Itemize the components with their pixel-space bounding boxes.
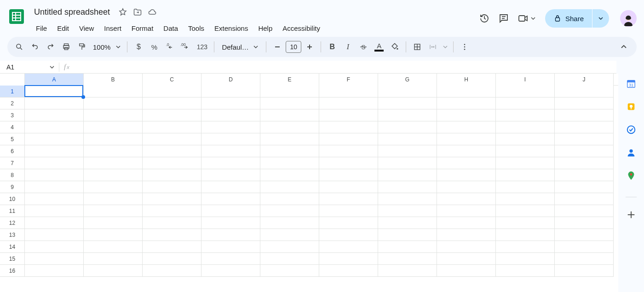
cell[interactable]: [437, 133, 496, 145]
account-avatar[interactable]: [620, 10, 637, 27]
cell[interactable]: [555, 145, 614, 157]
column-header[interactable]: I: [496, 74, 555, 86]
maps-icon[interactable]: [626, 170, 637, 181]
cell[interactable]: [378, 229, 437, 241]
cell[interactable]: [201, 205, 260, 217]
cell[interactable]: [260, 181, 319, 193]
cell[interactable]: [25, 157, 84, 169]
row-header[interactable]: 1: [0, 86, 25, 97]
cell[interactable]: [437, 193, 496, 205]
cell[interactable]: [437, 109, 496, 121]
cell[interactable]: [378, 157, 437, 169]
cell[interactable]: [25, 265, 84, 277]
document-title[interactable]: Untitled spreadsheet: [31, 6, 113, 18]
cell[interactable]: [143, 265, 201, 277]
cell[interactable]: [378, 97, 437, 109]
cell[interactable]: [319, 109, 378, 121]
row-header[interactable]: 6: [0, 145, 25, 157]
row-header[interactable]: 7: [0, 157, 25, 169]
print-button[interactable]: [59, 40, 74, 54]
contacts-icon[interactable]: [626, 147, 637, 158]
row-header[interactable]: 13: [0, 229, 25, 241]
cell[interactable]: [143, 217, 201, 229]
cell[interactable]: [496, 241, 555, 253]
cell[interactable]: [143, 109, 201, 121]
column-header[interactable]: B: [84, 74, 143, 86]
cell[interactable]: [555, 169, 614, 181]
cell[interactable]: [201, 157, 260, 169]
cell[interactable]: [260, 241, 319, 253]
cell[interactable]: [84, 265, 143, 277]
cell[interactable]: [437, 229, 496, 241]
cell[interactable]: [25, 169, 84, 181]
cell[interactable]: [143, 86, 201, 97]
cell[interactable]: [201, 193, 260, 205]
cell[interactable]: [260, 133, 319, 145]
search-menus-button[interactable]: [12, 40, 27, 54]
cell[interactable]: [378, 193, 437, 205]
column-header[interactable]: F: [319, 74, 378, 86]
cell[interactable]: [378, 121, 437, 133]
row-header[interactable]: 9: [0, 181, 25, 193]
undo-button[interactable]: [28, 40, 42, 54]
currency-button[interactable]: $: [131, 40, 146, 54]
cell[interactable]: [378, 181, 437, 193]
cell[interactable]: [25, 121, 84, 133]
cell[interactable]: [378, 169, 437, 181]
cell[interactable]: [143, 157, 201, 169]
cell[interactable]: [319, 133, 378, 145]
menu-file[interactable]: File: [31, 23, 52, 34]
cell[interactable]: [84, 169, 143, 181]
cell[interactable]: [378, 205, 437, 217]
percent-button[interactable]: %: [147, 40, 161, 54]
cell[interactable]: [84, 253, 143, 265]
spreadsheet-grid[interactable]: ABCDEFGHIJ 12345678910111213141516: [0, 74, 618, 292]
cell[interactable]: [555, 265, 614, 277]
cell[interactable]: [84, 229, 143, 241]
row-header[interactable]: 8: [0, 169, 25, 181]
cell[interactable]: [25, 193, 84, 205]
cell[interactable]: [201, 133, 260, 145]
cell[interactable]: [201, 217, 260, 229]
cell[interactable]: [496, 229, 555, 241]
row-header[interactable]: 3: [0, 109, 25, 121]
cell[interactable]: [496, 97, 555, 109]
row-header[interactable]: 16: [0, 265, 25, 277]
cell[interactable]: [496, 265, 555, 277]
merge-cells-button[interactable]: [426, 40, 440, 54]
cell[interactable]: [555, 121, 614, 133]
cell[interactable]: [25, 97, 84, 109]
cell[interactable]: [378, 86, 437, 97]
cell[interactable]: [143, 97, 201, 109]
cell[interactable]: [496, 121, 555, 133]
cell[interactable]: [555, 97, 614, 109]
column-header[interactable]: C: [143, 74, 201, 86]
cell[interactable]: [25, 133, 84, 145]
cell[interactable]: [84, 205, 143, 217]
cell[interactable]: [437, 265, 496, 277]
cell[interactable]: [201, 121, 260, 133]
formula-input[interactable]: [74, 61, 616, 73]
cell[interactable]: [201, 169, 260, 181]
cell[interactable]: [319, 145, 378, 157]
cell[interactable]: [437, 241, 496, 253]
cell[interactable]: [319, 97, 378, 109]
decrease-font-button[interactable]: [270, 40, 285, 54]
cell[interactable]: [319, 217, 378, 229]
cell[interactable]: [319, 229, 378, 241]
column-header[interactable]: E: [260, 74, 319, 86]
italic-button[interactable]: I: [340, 40, 355, 54]
cell[interactable]: [555, 217, 614, 229]
cell[interactable]: [260, 121, 319, 133]
cell[interactable]: [555, 157, 614, 169]
cell[interactable]: [319, 86, 378, 97]
cell[interactable]: [319, 205, 378, 217]
menu-insert[interactable]: Insert: [99, 23, 126, 34]
menu-format[interactable]: Format: [127, 23, 158, 34]
cell[interactable]: [201, 97, 260, 109]
menu-data[interactable]: Data: [159, 23, 183, 34]
cell[interactable]: [201, 265, 260, 277]
cell[interactable]: [555, 181, 614, 193]
calendar-icon[interactable]: 31: [626, 78, 637, 89]
cell[interactable]: [201, 181, 260, 193]
